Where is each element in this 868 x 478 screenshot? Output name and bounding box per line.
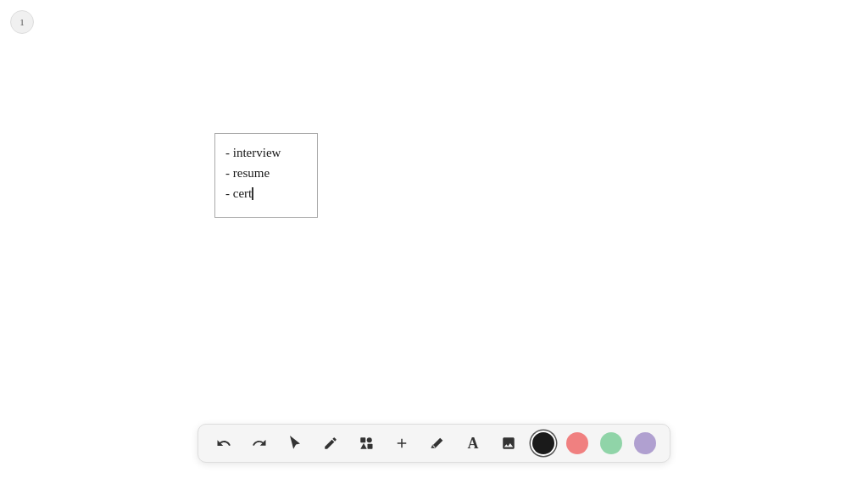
shapes-icon xyxy=(359,436,374,451)
svg-point-1 xyxy=(367,437,372,442)
shapes-button[interactable] xyxy=(354,431,378,455)
text-line-1: - interview xyxy=(225,142,307,163)
svg-rect-2 xyxy=(368,444,373,449)
text-button[interactable]: A xyxy=(461,431,485,455)
add-button[interactable] xyxy=(390,431,414,455)
add-icon xyxy=(394,436,409,451)
undo-button[interactable] xyxy=(212,431,236,455)
select-button[interactable] xyxy=(283,431,307,455)
text-cursor xyxy=(252,187,253,200)
page-indicator[interactable]: 1 xyxy=(10,10,34,34)
page-number: 1 xyxy=(19,17,25,27)
color-black[interactable] xyxy=(532,432,554,454)
bottom-toolbar: A xyxy=(198,424,670,463)
image-button[interactable] xyxy=(497,431,520,455)
pencil-icon xyxy=(323,436,338,451)
eraser-icon xyxy=(430,436,445,451)
text-line-2: - resume xyxy=(225,163,307,183)
color-pink[interactable] xyxy=(566,432,588,454)
draw-button[interactable] xyxy=(319,431,342,455)
cursor-icon xyxy=(287,436,303,451)
color-purple[interactable] xyxy=(634,432,656,454)
color-green[interactable] xyxy=(600,432,622,454)
text-tool-label: A xyxy=(468,435,479,453)
image-icon xyxy=(501,436,516,451)
undo-icon xyxy=(216,436,231,451)
text-line-3: - cert xyxy=(225,183,307,203)
text-card[interactable]: - interview - resume - cert xyxy=(214,133,318,218)
redo-icon xyxy=(252,436,267,451)
eraser-button[interactable] xyxy=(426,431,449,455)
svg-rect-0 xyxy=(360,437,365,442)
redo-button[interactable] xyxy=(248,431,271,455)
